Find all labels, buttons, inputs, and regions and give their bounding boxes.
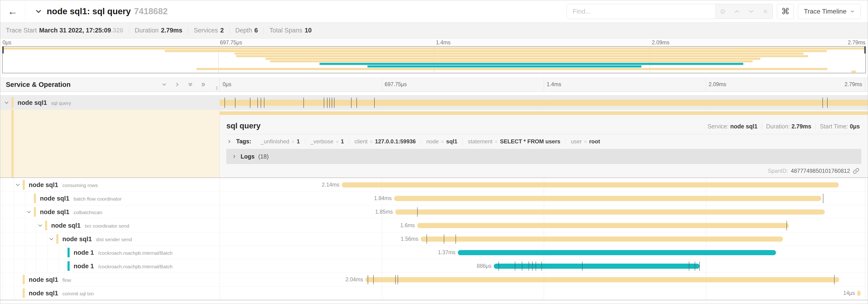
span-row[interactable]: node sql1colbatchscan1.85ms — [0, 205, 868, 218]
log-marker[interactable] — [250, 98, 250, 108]
span-row[interactable]: node sql1commit sql txn14μs — [0, 286, 868, 300]
span-bar[interactable] — [365, 277, 839, 282]
span-timeline-cell: 2.04ms — [220, 273, 868, 286]
chevron-down-icon[interactable] — [3, 100, 9, 106]
log-marker[interactable] — [498, 262, 499, 271]
double-chevron-right-icon[interactable] — [200, 81, 207, 88]
log-marker[interactable] — [541, 262, 542, 271]
log-marker[interactable] — [699, 262, 700, 271]
log-marker[interactable] — [427, 234, 427, 244]
log-marker[interactable] — [529, 262, 529, 271]
span-row[interactable]: node sql1flow2.04ms — [0, 273, 868, 286]
chevron-down-icon[interactable] — [161, 81, 167, 88]
tree-row[interactable]: node 1/cockroach.roachpb.Internal/Batch — [0, 260, 220, 273]
tags-accordion[interactable]: Tags: _unfinished=1_verbose=1client=127.… — [226, 134, 862, 148]
span-row[interactable]: node 1/cockroach.roachpb.Internal/Batch8… — [0, 259, 868, 273]
find-input[interactable] — [567, 4, 715, 19]
span-row[interactable]: node sql1sql query — [0, 95, 868, 110]
prev-match-icon[interactable] — [732, 7, 742, 16]
span-bar[interactable] — [494, 264, 700, 269]
back-button[interactable]: ← — [0, 0, 25, 23]
chevron-down-icon[interactable] — [48, 236, 55, 242]
span-row[interactable]: node sql1dist sender send1.56ms — [0, 232, 868, 246]
log-marker[interactable] — [235, 98, 236, 108]
log-marker[interactable] — [444, 234, 444, 244]
log-marker[interactable] — [532, 262, 533, 271]
log-marker[interactable] — [224, 98, 225, 108]
locate-icon[interactable] — [718, 7, 727, 16]
log-marker[interactable] — [334, 98, 335, 108]
next-match-icon[interactable] — [747, 7, 756, 16]
log-marker[interactable] — [264, 98, 265, 108]
log-marker[interactable] — [351, 98, 351, 108]
log-marker[interactable] — [522, 262, 522, 271]
log-marker[interactable] — [324, 98, 324, 108]
tree-row[interactable]: node sql1colbatchscan — [0, 205, 220, 218]
link-icon[interactable] — [853, 168, 859, 174]
span-bar[interactable] — [417, 223, 789, 228]
tree-row[interactable]: node sql1dist sender send — [0, 232, 220, 246]
span-id-row: SpanID: 4877749850101760812 — [226, 164, 862, 174]
chevron-down-icon[interactable] — [37, 223, 43, 229]
span-bar[interactable] — [394, 196, 821, 201]
trace-view-dropdown[interactable]: Trace Timeline — [798, 4, 861, 19]
double-chevron-down-icon[interactable] — [187, 81, 193, 88]
span-row[interactable]: node 1/cockroach.roachpb.Internal/Batch1… — [0, 246, 868, 259]
log-marker[interactable] — [373, 275, 374, 284]
log-marker[interactable] — [417, 207, 417, 217]
tree-row[interactable]: node sql1flow — [0, 273, 220, 286]
tree-row[interactable]: node sql1commit sql txn — [0, 286, 220, 300]
span-row[interactable]: node sql1txn coordinator send1.6ms — [0, 218, 868, 232]
log-marker[interactable] — [327, 98, 328, 108]
log-marker[interactable] — [398, 275, 398, 284]
tree-row[interactable]: node sql1consuming rows — [0, 178, 220, 192]
clear-find-icon[interactable] — [761, 7, 770, 16]
minimap-canvas[interactable] — [2, 46, 866, 73]
log-marker[interactable] — [515, 262, 515, 271]
tree-row[interactable]: node 1/cockroach.roachpb.Internal/Batch — [0, 246, 220, 259]
log-marker[interactable] — [823, 98, 823, 108]
detail-span-bar[interactable] — [220, 111, 868, 115]
log-marker[interactable] — [332, 98, 332, 108]
log-marker[interactable] — [536, 262, 536, 271]
column-resizer[interactable]: ‖ — [216, 85, 218, 91]
log-marker[interactable] — [582, 262, 583, 271]
chevron-right-icon[interactable] — [174, 81, 180, 88]
log-marker[interactable] — [827, 98, 828, 108]
span-row[interactable]: node sql1batch flow coordinator1.84ms — [0, 192, 868, 205]
log-marker[interactable] — [834, 275, 835, 284]
span-row[interactable]: node sql1consuming rows2.14ms — [0, 178, 868, 192]
span-bar[interactable] — [421, 237, 783, 242]
log-marker[interactable] — [374, 98, 375, 108]
tree-row[interactable]: node sql1batch flow coordinator — [0, 192, 220, 205]
logs-accordion[interactable]: Logs (18) — [226, 149, 861, 164]
trace-start: Trace StartMarch 31 2022, 17:25:09.326 — [6, 27, 123, 34]
log-marker[interactable] — [786, 221, 787, 230]
log-marker[interactable] — [303, 98, 304, 108]
chevron-down-icon[interactable] — [26, 209, 32, 215]
log-marker[interactable] — [695, 262, 695, 271]
span-bar[interactable] — [458, 250, 776, 255]
minimap-left-handle[interactable] — [2, 46, 4, 54]
log-marker[interactable] — [329, 98, 330, 108]
span-bar[interactable] — [220, 100, 868, 106]
span-bar[interactable] — [395, 209, 825, 214]
tag-value: sql1 — [446, 138, 457, 145]
tree-row[interactable]: node sql1txn coordinator send — [0, 219, 220, 232]
log-marker[interactable] — [261, 98, 261, 108]
keyboard-shortcuts-button[interactable]: ⌘ — [777, 4, 794, 19]
log-marker[interactable] — [395, 275, 396, 284]
minimap-tick-label: 1.4ms — [434, 39, 451, 46]
span-bar[interactable] — [342, 182, 839, 188]
tree-row[interactable]: node sql1sql query — [0, 96, 220, 110]
log-marker[interactable] — [689, 262, 689, 271]
span-bar[interactable] — [857, 291, 861, 296]
minimap-right-handle[interactable] — [864, 46, 866, 54]
log-marker[interactable] — [823, 194, 824, 203]
chevron-down-icon[interactable] — [35, 7, 42, 15]
log-marker[interactable] — [456, 234, 456, 244]
log-marker[interactable] — [368, 275, 368, 284]
chevron-down-icon[interactable] — [15, 182, 21, 188]
log-marker[interactable] — [356, 98, 357, 108]
log-marker[interactable] — [257, 98, 258, 108]
